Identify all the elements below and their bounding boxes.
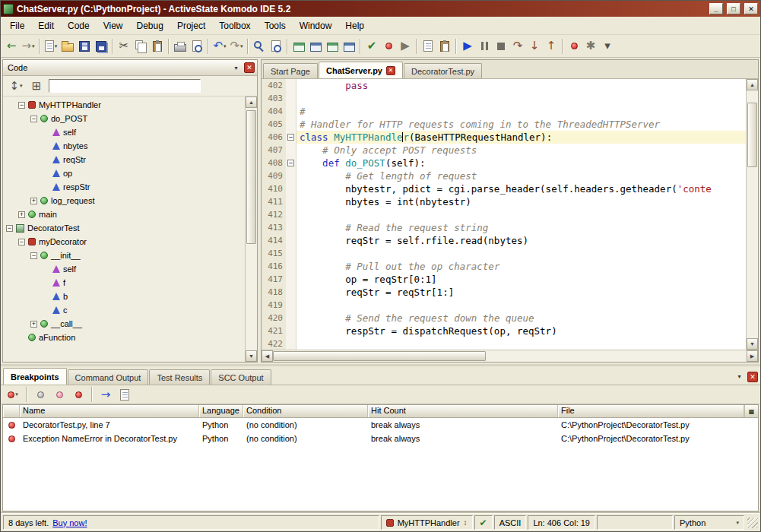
tab-breakpoints[interactable]: Breakpoints: [3, 368, 67, 385]
collapse-icon[interactable]: −: [18, 239, 25, 245]
scope-indicator[interactable]: MyHTTPHandler ↕: [381, 515, 473, 530]
open-button[interactable]: [59, 37, 76, 55]
tree-item-main[interactable]: +main: [3, 207, 245, 221]
editor-hscrollbar[interactable]: ◀ ▶: [262, 350, 758, 362]
collapse-icon[interactable]: −: [30, 116, 37, 122]
maximize-button[interactable]: □: [727, 3, 740, 14]
step-out-button[interactable]: ↑: [543, 37, 560, 55]
menu-view[interactable]: View: [97, 18, 130, 33]
fold-marker[interactable]: −: [286, 131, 296, 144]
back-button[interactable]: ←: [3, 37, 20, 55]
menu-tools[interactable]: Tools: [258, 18, 293, 33]
code-text[interactable]: # Pull out the op character: [296, 260, 746, 273]
new-tool-button[interactable]: [420, 37, 436, 55]
language-selector[interactable]: Python ▾: [674, 515, 744, 530]
panel-menu-button[interactable]: ▾: [230, 62, 242, 74]
breakpoint-row[interactable]: DecoratorTest.py, line 7Python(no condit…: [3, 418, 758, 432]
code-text[interactable]: nbytes = int(nbytestr): [296, 195, 746, 208]
menu-toolbox[interactable]: Toolbox: [212, 18, 257, 33]
print-preview-button[interactable]: [189, 37, 205, 55]
delete-breakpoint-button[interactable]: [32, 385, 49, 404]
disable-breakpoint-button[interactable]: [51, 385, 68, 404]
tree-scroll-track[interactable]: [246, 108, 257, 350]
scroll-right-icon[interactable]: ▶: [747, 350, 758, 362]
expand-icon[interactable]: +: [18, 211, 25, 218]
tree-item-myhttphandler[interactable]: −MyHTTPHandler: [3, 98, 245, 112]
tab-decoratortest-py[interactable]: DecoratorTest.py: [404, 63, 482, 78]
code-text[interactable]: [296, 337, 746, 350]
record-macro-button[interactable]: [380, 37, 397, 55]
fold-collapse-icon[interactable]: −: [287, 134, 294, 141]
tree-item-op[interactable]: op: [3, 166, 245, 180]
syntax-check-status[interactable]: ✔: [474, 515, 493, 530]
toolbox-button[interactable]: [436, 37, 453, 55]
locate-scope-button[interactable]: ⊞: [28, 77, 45, 95]
scroll-down-icon[interactable]: ▼: [246, 350, 257, 362]
code-text[interactable]: [296, 247, 746, 260]
fold-marker[interactable]: −: [286, 157, 296, 169]
undo-button[interactable]: ↶▾: [211, 37, 228, 55]
step-over-button[interactable]: ↷: [509, 37, 526, 55]
column-header-condition[interactable]: Condition: [243, 405, 368, 417]
output-panel-close-button[interactable]: ✕: [747, 372, 758, 382]
find-button[interactable]: [251, 37, 268, 55]
panel-close-button[interactable]: ✕: [244, 62, 255, 73]
step-in-button[interactable]: ↓: [526, 37, 543, 55]
buy-now-link[interactable]: Buy now!: [52, 518, 87, 527]
tab-test-results[interactable]: Test Results: [149, 369, 210, 385]
code-text[interactable]: # Handler for HTTP requests coming in to…: [296, 118, 746, 131]
menu-project[interactable]: Project: [170, 18, 212, 33]
sort-button[interactable]: ↕▾: [8, 77, 24, 95]
check-syntax-button[interactable]: ✔: [363, 37, 380, 55]
output-panel-menu-button[interactable]: ▾: [734, 371, 745, 382]
menu-help[interactable]: Help: [338, 18, 371, 33]
find-in-files-button[interactable]: [268, 37, 284, 55]
tab-command-output[interactable]: Command Output: [68, 369, 149, 385]
expand-icon[interactable]: +: [30, 198, 37, 204]
collapse-icon[interactable]: −: [18, 102, 25, 109]
tree-item-afunction[interactable]: aFunction: [3, 331, 245, 344]
code-text[interactable]: [296, 299, 746, 312]
redo-button[interactable]: ↷▾: [228, 37, 245, 55]
code-text[interactable]: #: [296, 105, 746, 118]
code-view[interactable]: 402 pass403404#405# Handler for HTTP req…: [262, 79, 746, 350]
split-view-button[interactable]: [324, 37, 341, 55]
save-all-button[interactable]: [93, 37, 109, 55]
code-text[interactable]: reqStr = reqStr[1:]: [296, 286, 746, 299]
pause-button[interactable]: [476, 37, 493, 55]
editor-vscrollbar[interactable]: ▲ ▼: [746, 79, 758, 350]
toolbar-overflow-button[interactable]: ▾: [599, 37, 616, 55]
column-header-hit-count[interactable]: Hit Count: [368, 405, 558, 417]
code-text[interactable]: # Only accept POST requests: [296, 144, 746, 157]
code-text[interactable]: op = reqStr[0:1]: [296, 273, 746, 286]
code-text[interactable]: class MyHTTPHandler(BaseHTTPRequestHandl…: [296, 131, 746, 144]
toggle-breakpoint-button[interactable]: [566, 37, 582, 55]
tab-close-icon[interactable]: ✕: [386, 66, 395, 75]
tree-item-respstr[interactable]: respStr: [3, 180, 245, 194]
tree-item-f[interactable]: f: [3, 276, 245, 290]
column-picker-button[interactable]: ▦: [744, 405, 758, 417]
scroll-up-icon[interactable]: ▲: [747, 79, 758, 90]
play-macro-button[interactable]: ▶: [397, 37, 414, 55]
code-text[interactable]: reqStr = self.rfile.read(nbytes): [296, 234, 746, 247]
tree-item-nbytes[interactable]: nbytes: [3, 139, 245, 153]
print-button[interactable]: [172, 37, 189, 55]
menu-window[interactable]: Window: [293, 18, 339, 33]
tree-scroll-thumb[interactable]: [246, 110, 256, 243]
menu-debug[interactable]: Debug: [130, 18, 170, 33]
column-header-name[interactable]: Name: [20, 405, 199, 417]
encoding-indicator[interactable]: ASCII: [494, 515, 527, 530]
new-breakpoint-button[interactable]: ▾: [5, 385, 21, 404]
reload-preview-button[interactable]: [307, 37, 324, 55]
stop-button[interactable]: [493, 37, 509, 55]
expand-icon[interactable]: +: [30, 321, 37, 328]
code-text[interactable]: # Get length of request: [296, 169, 746, 182]
tab-chatserver-py[interactable]: ChatServer.py✕: [319, 62, 403, 78]
menu-code[interactable]: Code: [61, 18, 97, 33]
scroll-up-icon[interactable]: ▲: [246, 97, 257, 108]
code-text[interactable]: pass: [296, 79, 746, 92]
tree-item-init[interactable]: −__init__: [3, 249, 245, 262]
tree-scrollbar[interactable]: ▲ ▼: [245, 97, 257, 362]
code-text[interactable]: respStr = dispatchRequest(op, reqStr): [296, 325, 746, 337]
preferences-button[interactable]: ✱: [582, 37, 599, 55]
